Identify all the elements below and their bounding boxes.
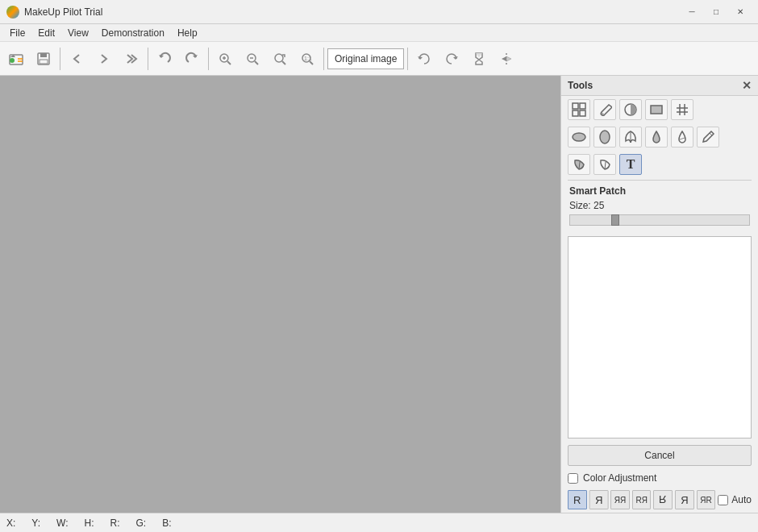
- tool-pen[interactable]: [697, 127, 719, 148]
- maximize-button[interactable]: □: [705, 4, 727, 20]
- tool-drop1[interactable]: [645, 127, 668, 148]
- color-adjustment-row: Color Adjustment: [561, 469, 758, 487]
- rotate-left-icon: [416, 51, 432, 67]
- tool-row-1: [561, 96, 758, 123]
- back-icon: [69, 51, 85, 67]
- svg-line-11: [255, 61, 258, 64]
- hourglass-button[interactable]: [466, 46, 492, 72]
- smart-patch-label: Smart Patch: [561, 182, 758, 198]
- zoom-out-button[interactable]: [239, 46, 265, 72]
- rotate-left-button[interactable]: [411, 46, 437, 72]
- menu-demonstration[interactable]: Demonstration: [95, 26, 171, 40]
- zoom-fit-button[interactable]: [267, 46, 293, 72]
- tool-leaf1[interactable]: [568, 154, 590, 175]
- tool-feather[interactable]: [619, 127, 642, 148]
- status-r: R:: [110, 517, 119, 529]
- sep5: [407, 48, 408, 70]
- tool-text[interactable]: T: [619, 154, 642, 175]
- statusbar: X: Y: W: H: R: G: B:: [0, 513, 758, 532]
- status-x: X:: [6, 517, 15, 529]
- tools-close-button[interactable]: ✕: [742, 79, 752, 92]
- tool-brush[interactable]: [593, 99, 616, 120]
- main-area: Tools ✕: [0, 76, 758, 513]
- tool-grid[interactable]: [568, 99, 590, 120]
- svg-point-28: [573, 133, 585, 141]
- original-image-label: Original image: [327, 48, 404, 69]
- app-title: MakeUp Pilot Trial: [24, 6, 681, 18]
- svg-point-1: [10, 58, 15, 63]
- status-h: H:: [84, 517, 94, 529]
- tool-hash[interactable]: [671, 99, 693, 120]
- svg-rect-20: [573, 110, 578, 116]
- menu-file[interactable]: File: [3, 26, 31, 40]
- tools-header: Tools ✕: [561, 76, 758, 96]
- zoom-out-icon: [244, 51, 260, 67]
- minimize-button[interactable]: ─: [681, 4, 703, 20]
- tools-divider-1: [568, 180, 752, 181]
- tool-rectangle[interactable]: [645, 99, 668, 120]
- size-label: Size: 25: [561, 198, 758, 213]
- open-button[interactable]: [3, 46, 29, 72]
- rotate-right-icon: [444, 51, 460, 67]
- canvas-area[interactable]: [0, 76, 560, 513]
- svg-point-12: [275, 54, 283, 62]
- mirror-btn-rflip[interactable]: RЯ: [632, 490, 652, 509]
- svg-rect-4: [40, 60, 48, 64]
- size-slider[interactable]: [569, 214, 750, 226]
- size-slider-container[interactable]: [561, 213, 758, 233]
- mirror-btn-alt[interactable]: ЯR: [697, 490, 716, 509]
- tool-circle-half[interactable]: [619, 99, 642, 120]
- undo-icon: [156, 51, 173, 67]
- r-label: R:: [110, 517, 119, 529]
- tool-row-2: [561, 123, 758, 151]
- redo-button[interactable]: [179, 46, 205, 72]
- sep1: [60, 48, 60, 70]
- save-button[interactable]: [31, 46, 56, 72]
- tool-leaf2[interactable]: [593, 154, 616, 175]
- preview-box: [568, 236, 752, 438]
- forward-button[interactable]: [91, 46, 117, 72]
- flip-button[interactable]: [494, 46, 519, 72]
- menubar: File Edit View Demonstration Help: [0, 24, 758, 42]
- mirror-btn-flip-h[interactable]: R: [589, 490, 609, 509]
- status-g: G:: [135, 517, 146, 529]
- zoom-actual-icon: 1:1: [299, 51, 315, 67]
- save-icon: [35, 51, 52, 67]
- zoom-in-button[interactable]: [212, 46, 238, 72]
- tool-drop2[interactable]: [671, 127, 693, 148]
- mirror-btn-rot[interactable]: Я: [675, 490, 694, 509]
- y-label: Y:: [31, 517, 40, 529]
- menu-help[interactable]: Help: [171, 26, 204, 40]
- titlebar: MakeUp Pilot Trial ─ □ ✕: [0, 0, 758, 24]
- undo-button[interactable]: [152, 46, 177, 72]
- mirror-btn-v[interactable]: R: [653, 490, 673, 509]
- mirror-btn-r[interactable]: R: [568, 490, 587, 509]
- cancel-button[interactable]: Cancel: [568, 445, 752, 466]
- tool-ellipse2[interactable]: [593, 127, 616, 148]
- open-icon: [8, 51, 24, 67]
- close-button[interactable]: ✕: [729, 4, 752, 20]
- menu-edit[interactable]: Edit: [31, 26, 61, 40]
- forward-icon: [96, 51, 112, 67]
- tool-row-3: T: [561, 151, 758, 178]
- history-forward-button[interactable]: [119, 46, 144, 72]
- rotate-right-button[interactable]: [439, 46, 464, 72]
- zoom-fit-icon: [272, 51, 288, 67]
- svg-line-13: [282, 61, 285, 64]
- mirror-btn-flip-both[interactable]: ЯЯ: [610, 490, 630, 509]
- color-adjustment-checkbox[interactable]: [568, 473, 578, 484]
- auto-label: Auto: [731, 494, 752, 505]
- status-y: Y:: [31, 517, 40, 529]
- g-label: G:: [135, 517, 146, 529]
- svg-rect-23: [651, 106, 662, 114]
- menu-view[interactable]: View: [61, 26, 95, 40]
- auto-checkbox[interactable]: [718, 495, 728, 505]
- zoom-actual-button[interactable]: 1:1: [294, 46, 320, 72]
- svg-line-8: [227, 61, 231, 64]
- svg-text:1:1: 1:1: [304, 56, 312, 61]
- svg-point-29: [600, 131, 610, 143]
- sep3: [208, 48, 209, 70]
- back-button[interactable]: [64, 46, 90, 72]
- mirror-row: R R ЯЯ RЯ R Я ЯR Auto: [561, 487, 758, 513]
- tool-ellipse1[interactable]: [568, 127, 590, 148]
